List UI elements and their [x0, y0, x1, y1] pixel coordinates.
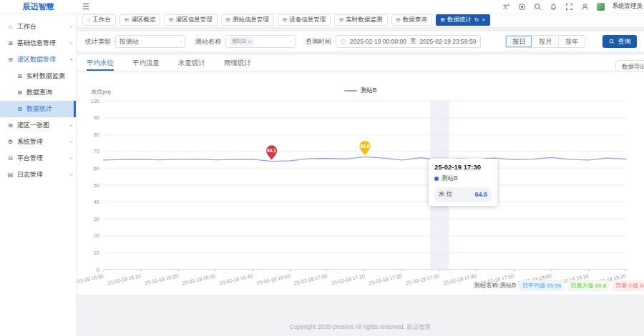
series-dot-icon	[434, 177, 439, 181]
x-tick-label: 25-02-19 16:30	[182, 273, 216, 286]
chevron-down-icon: ›	[67, 157, 74, 159]
x-tick-label: 25-02-19 16:00	[77, 273, 104, 286]
search-icon[interactable]	[534, 3, 542, 11]
y-axis-title: 水位(m)	[91, 89, 111, 95]
filter-bar: 统计类型 按测站 › 测站名称 测站B ✕ › 查询时间 2025-02-19 …	[77, 31, 644, 51]
sidebar-item[interactable]: ⌂工作台›	[0, 19, 76, 35]
y-tick-label: 0	[97, 267, 99, 273]
search-button[interactable]: 查询	[602, 35, 637, 48]
top-tab[interactable]: ⊞数据统计↻×	[436, 14, 490, 26]
sidebar-item[interactable]: ⊞灌区数据管理›	[0, 51, 76, 68]
line-series[interactable]	[104, 157, 626, 161]
copyright-footer: Copyright 2020-present All rights reserv…	[77, 323, 644, 332]
grid-icon: ⊞	[169, 17, 173, 23]
chart-canvas[interactable]: 0102030405060708090100水位(m)25-02-19 16:0…	[77, 55, 644, 295]
grid-icon: ⊞	[125, 17, 129, 23]
daily-avg-badge: 日平均值 65.56	[519, 280, 564, 291]
grid-icon: ⊞	[16, 107, 23, 112]
chevron-down-icon: ›	[67, 141, 74, 143]
x-tick-label: 25-02-19 16:10	[107, 273, 141, 286]
sidebar-menu: ⌂工作台›⊞基础信息管理›⊞灌区数据管理›⊞实时数据监测⊞数据查询⊞数据统计⊞灌…	[0, 13, 77, 336]
grid-icon: ⊞	[7, 57, 14, 63]
username[interactable]: 系统管理员	[613, 2, 643, 11]
top-tab[interactable]: ⊞设备信息管理	[278, 14, 331, 26]
stats-station: 测站名称:测站B	[474, 282, 516, 290]
tooltip-series: 测站B	[441, 174, 458, 183]
sidebar-item[interactable]: ⊞数据查询	[0, 84, 76, 101]
grid-icon: ⊞	[339, 17, 343, 23]
y-tick-label: 30	[94, 216, 99, 222]
y-tick-label: 90	[94, 114, 99, 121]
sidebar-item[interactable]: ⚙系统管理›	[0, 134, 76, 150]
y-tick-label: 10	[94, 249, 99, 256]
avatar[interactable]	[597, 3, 605, 11]
app-header: 辰迈智慧 ☰ 文 系统管理员	[0, 0, 644, 14]
chevron-down-icon: ›	[67, 124, 74, 127]
station-name-select[interactable]: 测站B ✕ ›	[225, 35, 296, 48]
tooltip-value: 64.6	[474, 191, 487, 198]
fullscreen-icon[interactable]	[565, 3, 573, 11]
chevron-down-icon: ›	[67, 42, 74, 44]
sidebar-item[interactable]: ⊞数据统计	[0, 101, 76, 117]
top-tab[interactable]: ⌂工作台	[82, 14, 116, 26]
top-tab[interactable]: ⊞灌区概览	[119, 14, 160, 26]
stat-type-value: 按测站	[119, 37, 177, 46]
x-tick-label: 25-02-19 17:10	[331, 273, 365, 286]
chevron-down-icon: ›	[177, 41, 182, 42]
range-button-group: 按日按月按年	[505, 35, 585, 48]
target-icon[interactable]	[518, 3, 526, 11]
tooltip-time: 25-02-19 17:30	[434, 163, 492, 171]
x-tick-label: 25-02-19 16:20	[145, 273, 179, 286]
bell-icon[interactable]	[550, 3, 557, 11]
daily-min-badge: 日最小值 64.1	[613, 280, 644, 291]
y-tick-label: 70	[94, 148, 99, 154]
translate-icon[interactable]: 文	[502, 3, 510, 11]
min-value-pin: 64.1	[266, 145, 277, 160]
app-logo: 辰迈智慧	[0, 1, 77, 12]
x-tick-label: 25-02-19 17:20	[368, 273, 402, 286]
tag-close-icon[interactable]: ✕	[248, 39, 252, 44]
clock-icon	[341, 39, 346, 44]
y-tick-label: 80	[94, 132, 99, 138]
daily-max-badge: 日最大值 66.8	[567, 280, 609, 291]
x-tick-label: 25-02-19 16:50	[256, 273, 291, 286]
menu-collapse-icon[interactable]: ☰	[82, 3, 89, 11]
top-tab[interactable]: ⊞测站信息管理	[221, 14, 274, 26]
sidebar-item[interactable]: ⊞实时数据监测	[0, 68, 76, 84]
grid-icon: ⊞	[441, 17, 445, 23]
top-tab[interactable]: ⊞实时数据监测	[334, 14, 387, 26]
query-time-label: 查询时间	[306, 37, 331, 46]
range-button[interactable]: 按年	[558, 36, 585, 47]
platform-icon: ⊟	[7, 156, 14, 162]
stat-type-select[interactable]: 按测站 ›	[115, 35, 185, 48]
date-separator: 至	[410, 37, 416, 46]
grid-icon: ⊞	[7, 41, 14, 46]
sidebar-item[interactable]: ⊟平台管理›	[0, 150, 76, 167]
chevron-up-icon: ›	[67, 59, 74, 61]
range-button[interactable]: 按月	[532, 36, 558, 47]
max-value-pin: 66.8	[360, 141, 371, 156]
sidebar-item[interactable]: ⊞基础信息管理›	[0, 35, 76, 51]
date-end[interactable]: 2025-02-19 23:59:59	[419, 38, 476, 45]
y-tick-label: 60	[94, 165, 99, 172]
sidebar-item[interactable]: ▤日志管理›	[0, 167, 76, 183]
sidebar-item[interactable]: ⊞灌区一张图›	[0, 117, 76, 134]
close-icon[interactable]: ×	[482, 17, 484, 23]
grid-icon: ⊞	[396, 17, 401, 23]
user-icon[interactable]	[581, 3, 589, 11]
date-start[interactable]: 2025-02-19 00:00:00	[350, 38, 406, 45]
refresh-icon[interactable]: ↻	[474, 17, 479, 23]
grid-icon: ⊞	[16, 74, 23, 79]
open-tabs-bar: ⌂工作台⊞灌区概览⊞灌区信息管理⊞测站信息管理⊞设备信息管理⊞实时数据监测⊞数据…	[77, 13, 644, 28]
svg-text:66.8: 66.8	[361, 144, 370, 149]
top-tab[interactable]: ⊞灌区信息管理	[164, 14, 217, 26]
date-range-picker[interactable]: 2025-02-19 00:00:00 至 2025-02-19 23:59:5…	[336, 35, 481, 48]
grid-icon: ⊞	[226, 17, 230, 23]
y-tick-label: 100	[90, 98, 99, 104]
x-tick-label: 25-02-19 17:00	[293, 273, 328, 286]
range-button[interactable]: 按日	[506, 36, 532, 47]
log-icon: ▤	[7, 172, 14, 178]
top-tab[interactable]: ⊞数据查询	[391, 14, 432, 26]
y-tick-label: 50	[94, 182, 99, 189]
x-tick-label: 25-02-19 17:40	[443, 273, 477, 286]
